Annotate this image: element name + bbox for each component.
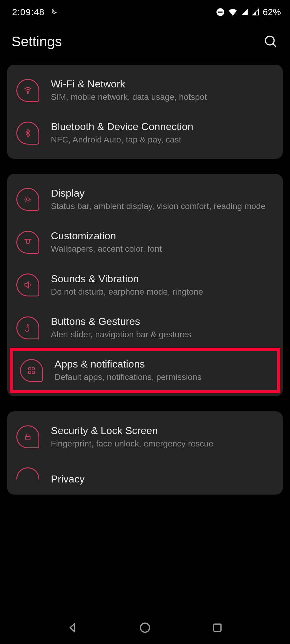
page-title: Settings	[12, 33, 62, 50]
row-title: Customization	[51, 230, 274, 242]
back-button[interactable]	[64, 619, 82, 637]
settings-row-buttons[interactable]: Buttons & Gestures Alert slider, navigat…	[7, 306, 283, 349]
settings-row-wifi[interactable]: Wi-Fi & Network SIM, mobile network, dat…	[7, 69, 283, 112]
row-subtitle: Default apps, notifications, permissions	[54, 372, 270, 383]
wifi-status-icon	[228, 8, 237, 16]
svg-point-5	[26, 198, 29, 201]
bedtime-icon	[49, 8, 57, 16]
svg-rect-8	[28, 371, 31, 374]
sound-icon	[16, 273, 39, 296]
header: Settings	[0, 21, 290, 65]
row-subtitle: Wallpapers, accent color, font	[51, 244, 274, 254]
row-subtitle: Do not disturb, earphone mode, ringtone	[51, 286, 274, 297]
svg-point-2	[265, 36, 274, 45]
row-title: Sounds & Vibration	[51, 273, 274, 285]
customization-icon	[16, 231, 39, 254]
row-subtitle: SIM, mobile network, data usage, hotspot	[51, 92, 274, 103]
row-title: Apps & notifications	[54, 358, 270, 370]
svg-point-4	[28, 93, 28, 93]
settings-group: Wi-Fi & Network SIM, mobile network, dat…	[7, 65, 283, 159]
status-bar: 2:09:48 62%	[0, 0, 290, 21]
settings-row-security[interactable]: Security & Lock Screen Fingerprint, face…	[7, 416, 283, 458]
settings-row-sounds[interactable]: Sounds & Vibration Do not disturb, earph…	[7, 264, 283, 306]
svg-rect-9	[32, 371, 35, 374]
search-button[interactable]	[263, 34, 278, 49]
svg-rect-12	[214, 624, 221, 631]
navigation-bar	[0, 611, 290, 644]
lock-icon	[16, 425, 39, 448]
status-battery: 62%	[263, 7, 281, 17]
svg-rect-1	[218, 11, 222, 13]
row-subtitle: Fingerprint, face unlock, emergency resc…	[51, 438, 274, 449]
dnd-icon	[216, 8, 225, 16]
row-title: Wi-Fi & Network	[51, 78, 274, 90]
svg-rect-6	[28, 368, 31, 370]
svg-rect-7	[32, 368, 35, 370]
privacy-icon	[16, 467, 39, 490]
settings-group: Security & Lock Screen Fingerprint, face…	[7, 411, 283, 495]
row-title: Display	[51, 187, 274, 199]
bluetooth-icon	[16, 122, 39, 145]
signal2-icon	[252, 8, 259, 16]
settings-group: Display Status bar, ambient display, vis…	[7, 174, 283, 396]
settings-row-apps[interactable]: Apps & notifications Default apps, notif…	[11, 349, 279, 392]
row-title: Bluetooth & Device Connection	[51, 121, 274, 132]
row-title: Buttons & Gestures	[51, 315, 274, 327]
row-subtitle: Alert slider, navigation bar & gestures	[51, 329, 274, 340]
status-time: 2:09:48	[12, 7, 44, 17]
settings-list: Wi-Fi & Network SIM, mobile network, dat…	[0, 65, 290, 495]
recents-button[interactable]	[208, 619, 226, 637]
row-subtitle: Status bar, ambient display, vision comf…	[51, 201, 274, 212]
row-subtitle: NFC, Android Auto, tap & pay, cast	[51, 134, 274, 145]
wifi-icon	[16, 79, 39, 102]
signal-icon	[241, 8, 248, 16]
svg-line-3	[273, 44, 276, 47]
gestures-icon	[16, 316, 39, 339]
svg-point-11	[140, 623, 150, 632]
apps-icon	[20, 359, 43, 382]
display-icon	[16, 188, 39, 211]
row-title: Security & Lock Screen	[51, 425, 274, 436]
svg-rect-10	[25, 436, 30, 440]
row-title: Privacy	[51, 473, 274, 485]
settings-row-privacy[interactable]: Privacy	[7, 458, 283, 490]
settings-row-bluetooth[interactable]: Bluetooth & Device Connection NFC, Andro…	[7, 112, 283, 154]
settings-row-customization[interactable]: Customization Wallpapers, accent color, …	[7, 221, 283, 263]
home-button[interactable]	[136, 619, 154, 637]
settings-row-display[interactable]: Display Status bar, ambient display, vis…	[7, 178, 283, 221]
